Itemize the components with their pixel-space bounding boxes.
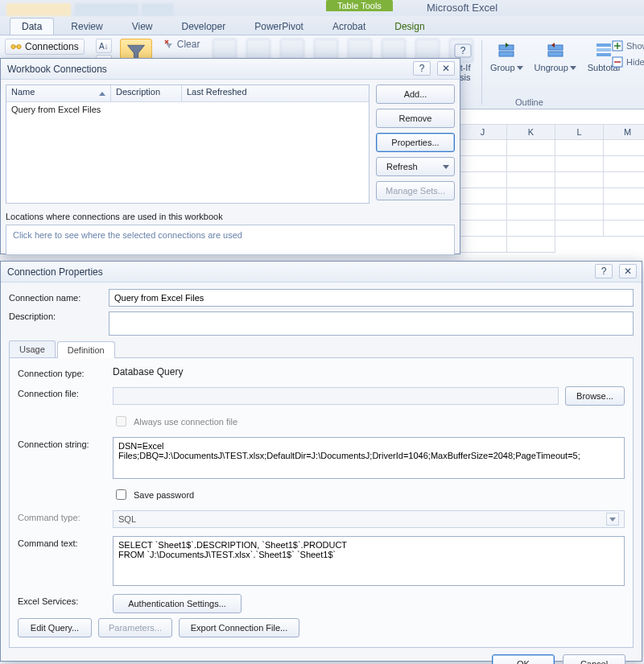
cp-title-bar[interactable]: Connection Properties ? ✕: [1, 262, 642, 283]
svg-rect-5: [499, 52, 514, 56]
excel-services-label: Excel Services:: [18, 594, 106, 606]
show-detail-button[interactable]: Show De: [612, 40, 644, 52]
svg-text:?: ?: [460, 45, 466, 56]
desc-label: Description:: [9, 311, 102, 321]
wc-refresh-button[interactable]: Refresh: [376, 157, 455, 176]
conn-name-input[interactable]: [109, 289, 634, 307]
wc-title-bar[interactable]: Workbook Connections ? ✕: [1, 59, 460, 80]
title-bar: Table Tools Microsoft Excel: [0, 0, 644, 16]
connection-properties-dialog: Connection Properties ? ✕ Connection nam…: [0, 261, 642, 662]
conn-name-label: Connection name:: [9, 293, 102, 303]
wc-row[interactable]: Query from Excel Files: [6, 102, 369, 117]
tab-view[interactable]: View: [120, 18, 165, 35]
wc-table[interactable]: Name Description Last Refreshed Query fr…: [6, 85, 369, 204]
conn-string-label: Connection string:: [18, 437, 106, 449]
hide-detail-button[interactable]: Hide De: [612, 56, 644, 68]
browse-button[interactable]: Browse...: [565, 386, 625, 406]
tab-design[interactable]: Design: [382, 18, 436, 35]
workbook-connections-dialog: Workbook Connections ? ✕ Name Descriptio…: [0, 58, 460, 254]
export-conn-file-button[interactable]: Export Connection File...: [179, 618, 299, 637]
cmd-text-input[interactable]: [113, 536, 625, 586]
wc-managesets-button: Manage Sets...: [376, 181, 455, 200]
tab-definition[interactable]: Definition: [57, 341, 115, 358]
ungroup-button[interactable]: Ungroup: [531, 39, 580, 74]
wc-properties-button[interactable]: Properties...: [376, 133, 455, 152]
always-use-file-checkbox[interactable]: Always use connection file: [113, 414, 237, 429]
parameters-button: Parameters...: [98, 618, 172, 637]
minus-icon: [612, 56, 623, 68]
desc-input[interactable]: [109, 311, 634, 336]
ungroup-icon: [545, 40, 566, 61]
cp-tabs: Usage Definition: [9, 340, 634, 358]
cmd-type-select: SQL: [113, 510, 625, 528]
sort-az-button[interactable]: A↓: [96, 39, 112, 53]
svg-rect-9: [597, 48, 611, 52]
workbook-tabs-blur: [0, 3, 174, 16]
save-password-input[interactable]: [116, 489, 126, 500]
save-password-checkbox[interactable]: Save password: [113, 487, 194, 502]
col-header[interactable]: L: [555, 124, 604, 140]
ribbon-side-col: Show De Hide De: [612, 40, 644, 68]
edit-query-button[interactable]: Edit Query...: [18, 618, 92, 637]
conn-file-input: [113, 387, 559, 405]
ribbon-right-group: ? at-If ysis Group Ungroup Subtotal: [449, 39, 623, 105]
conn-file-label: Connection file:: [18, 386, 106, 398]
cp-help-button[interactable]: ?: [595, 264, 613, 278]
group-icon: [496, 40, 517, 61]
col-header[interactable]: K: [507, 124, 555, 140]
wc-title: Workbook Connections: [7, 64, 107, 75]
cmd-text-label: Command text:: [18, 536, 106, 548]
ungroup-label: Ungroup: [535, 63, 576, 72]
svg-rect-10: [597, 53, 611, 56]
clear-icon: [163, 39, 175, 50]
clear-label: Clear: [177, 39, 200, 50]
wc-col-lastrefreshed[interactable]: Last Refreshed: [182, 85, 369, 101]
connections-label: Connections: [25, 41, 79, 52]
tab-usage[interactable]: Usage: [9, 340, 56, 357]
connections-icon: [10, 41, 22, 52]
clear-filter-button[interactable]: Clear: [163, 39, 200, 50]
chevron-down-icon: [606, 513, 619, 526]
wc-locations-box[interactable]: Click here to see where the selected con…: [6, 225, 455, 255]
cp-close-button[interactable]: ✕: [619, 264, 637, 278]
wc-locations-hint: Click here to see where the selected con…: [13, 230, 242, 240]
cp-title: Connection Properties: [7, 266, 103, 278]
ribbon-tabs: Data Review View Developer PowerPivot Ac…: [0, 16, 644, 35]
conn-string-input[interactable]: [113, 437, 625, 479]
definition-panel: Connection type: Database Query Connecti…: [9, 358, 634, 648]
contextual-tab-group: Table Tools: [326, 0, 393, 11]
wc-add-button[interactable]: Add...: [376, 85, 455, 104]
ok-button[interactable]: OK: [492, 654, 555, 664]
wc-close-button[interactable]: ✕: [437, 61, 455, 76]
connections-button[interactable]: Connections: [5, 39, 85, 55]
group-button[interactable]: Group: [487, 39, 526, 74]
table-tools-label: Table Tools: [326, 0, 393, 11]
wc-remove-button[interactable]: Remove: [376, 109, 455, 128]
cancel-button[interactable]: Cancel: [563, 654, 625, 664]
group-label: Group: [490, 63, 523, 72]
svg-rect-7: [548, 52, 563, 56]
wc-row-name: Query from Excel Files: [11, 105, 101, 114]
svg-rect-6: [548, 45, 563, 50]
svg-rect-8: [597, 43, 611, 47]
wc-locations-label: Locations where connections are used in …: [6, 212, 455, 221]
col-header[interactable]: J: [459, 124, 507, 140]
app-title: Microsoft Excel: [427, 2, 497, 14]
tab-acrobat[interactable]: Acrobat: [320, 18, 378, 35]
conn-type-value: Database Query: [113, 366, 183, 377]
plus-icon: [612, 40, 623, 52]
col-header[interactable]: M: [604, 124, 644, 140]
tab-powerpivot[interactable]: PowerPivot: [242, 18, 316, 35]
always-use-file-input: [116, 416, 126, 427]
wc-col-name[interactable]: Name: [6, 85, 111, 101]
tab-data[interactable]: Data: [10, 18, 54, 35]
outline-group-label: Outline: [515, 97, 543, 107]
auth-settings-button[interactable]: Authentication Settings...: [113, 594, 242, 613]
wc-help-button[interactable]: ?: [413, 61, 431, 76]
cmd-type-label: Command type:: [18, 510, 106, 522]
tab-developer[interactable]: Developer: [170, 18, 238, 35]
conn-type-label: Connection type:: [18, 366, 106, 378]
chevron-down-icon: [443, 165, 449, 169]
tab-review[interactable]: Review: [59, 18, 114, 35]
wc-col-description[interactable]: Description: [111, 85, 182, 101]
